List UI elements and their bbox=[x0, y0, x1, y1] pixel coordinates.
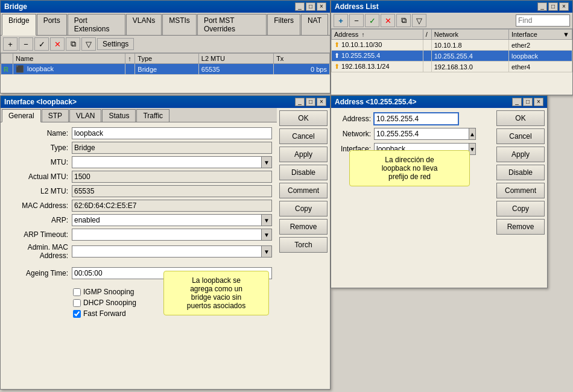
bridge-col-sort[interactable]: ↑ bbox=[125, 54, 135, 64]
addrlist-col-interface[interactable]: Interface ▼ bbox=[508, 30, 572, 40]
addr-address-label: Address: bbox=[335, 115, 374, 123]
interface-tab-general[interactable]: General bbox=[2, 109, 41, 122]
arp-timeout-input[interactable] bbox=[72, 229, 261, 241]
sort-icon: ↑ bbox=[361, 31, 364, 38]
bridge-tab-portmst[interactable]: Port MST Overrides bbox=[197, 14, 267, 35]
interface-comment-btn[interactable]: Comment bbox=[279, 183, 328, 198]
addrdialog-disable-btn[interactable]: Disable bbox=[496, 165, 545, 180]
bridge-col-type[interactable]: Type bbox=[135, 54, 198, 64]
addrlist-filter-btn[interactable]: ▽ bbox=[412, 14, 426, 27]
addrdialog-minimize-btn[interactable]: _ bbox=[512, 98, 522, 106]
bridge-tab-bridge[interactable]: Bridge bbox=[2, 14, 36, 36]
bridge-maximize-btn[interactable]: □ bbox=[306, 2, 315, 11]
addrdialog-ok-btn[interactable]: OK bbox=[496, 110, 545, 126]
addrlist-maximize-btn[interactable]: □ bbox=[548, 2, 558, 11]
addrlist-minimize-btn[interactable]: _ bbox=[537, 2, 547, 11]
interface-tab-vlan[interactable]: VLAN bbox=[69, 109, 101, 122]
mtu-dropdown-btn[interactable]: ▼ bbox=[261, 156, 272, 168]
table-row[interactable]: ⬆ 10.255.255.4 10.255.255.4 loopback bbox=[332, 51, 572, 62]
addr-network-input[interactable] bbox=[374, 128, 469, 140]
addrdialog-comment-btn[interactable]: Comment bbox=[496, 183, 545, 198]
igmp-checkbox[interactable] bbox=[73, 288, 81, 296]
interface-cancel-btn[interactable]: Cancel bbox=[279, 128, 328, 144]
addrlist-disable-btn[interactable]: ✕ bbox=[381, 14, 395, 27]
bridge-settings-btn[interactable]: Settings bbox=[97, 38, 134, 50]
bridge-copy-btn[interactable]: ⧉ bbox=[66, 37, 80, 51]
admin-mac-input[interactable] bbox=[72, 245, 261, 258]
address-dialog-title: Address <10.255.255.4> bbox=[335, 98, 416, 106]
addrlist-close-btn[interactable]: × bbox=[559, 2, 569, 11]
igmp-label: IGMP Snooping bbox=[83, 288, 135, 296]
bridge-tab-nat[interactable]: NAT bbox=[301, 14, 328, 35]
addrlist-find-input[interactable] bbox=[516, 14, 570, 27]
addrlist-col-sep: / bbox=[423, 30, 431, 40]
arp-timeout-combo: ▼ bbox=[72, 229, 272, 241]
bridge-tab-mstis[interactable]: MSTIs bbox=[162, 14, 197, 35]
addrdialog-cancel-btn[interactable]: Cancel bbox=[496, 128, 545, 144]
table-row[interactable]: ⬆ 192.168.13.1/24 192.168.13.0 ether4 bbox=[332, 62, 572, 72]
bridge-table: Name ↑ Type L2 MTU Tx R ⬛ loopback Bridg… bbox=[1, 53, 330, 75]
bridge-disable-btn[interactable]: ✕ bbox=[50, 37, 65, 51]
admin-mac-dropdown-btn[interactable]: ▼ bbox=[261, 245, 272, 258]
dhcp-checkbox[interactable] bbox=[73, 299, 81, 307]
interface-tab-stp[interactable]: STP bbox=[42, 109, 69, 122]
bridge-col-tx[interactable]: Tx bbox=[274, 54, 330, 64]
fast-forward-label: Fast Forward bbox=[83, 309, 126, 318]
addr-address-input[interactable] bbox=[374, 113, 458, 125]
bridge-col-l2mtu[interactable]: L2 MTU bbox=[198, 54, 273, 64]
addrlist-col-dropdown[interactable]: ▼ bbox=[563, 31, 569, 38]
addr-row1-address: ⬆ 10.10.1.10/30 bbox=[332, 40, 423, 51]
addrdialog-copy-btn[interactable]: Copy bbox=[496, 201, 545, 217]
interface-ok-btn[interactable]: OK bbox=[279, 110, 328, 126]
arp-dropdown-btn[interactable]: ▼ bbox=[261, 214, 272, 226]
interface-remove-btn[interactable]: Remove bbox=[279, 219, 328, 235]
mtu-input[interactable] bbox=[72, 156, 261, 168]
addrdialog-close-btn[interactable]: × bbox=[534, 98, 543, 106]
addrlist-enable-btn[interactable]: ✓ bbox=[365, 14, 379, 27]
interface-tab-traffic[interactable]: Traffic bbox=[136, 109, 169, 122]
arp-input[interactable] bbox=[72, 214, 261, 226]
addrlist-col-network[interactable]: Network bbox=[431, 30, 508, 40]
bridge-close-btn[interactable]: × bbox=[317, 2, 326, 11]
addrlist-copy-btn[interactable]: ⧉ bbox=[396, 14, 411, 27]
interface-tab-status[interactable]: Status bbox=[102, 109, 136, 122]
address-list-table-container: Address ↑ / Network Interface ▼ ⬆ 10.10.… bbox=[331, 29, 572, 72]
addrdialog-maximize-btn[interactable]: □ bbox=[523, 98, 533, 106]
addrdialog-apply-btn[interactable]: Apply bbox=[496, 147, 545, 162]
addrlist-remove-btn[interactable]: − bbox=[349, 14, 364, 27]
bridge-remove-btn[interactable]: − bbox=[19, 37, 33, 51]
interface-torch-btn[interactable]: Torch bbox=[279, 237, 328, 253]
bridge-enable-btn[interactable]: ✓ bbox=[34, 37, 49, 51]
address-dialog-callout: La dirección deloopback no llevaprefijo … bbox=[349, 150, 470, 186]
interface-window-controls: _ □ × bbox=[295, 98, 326, 106]
bridge-window-controls: _ □ × bbox=[295, 2, 326, 11]
bridge-tab-portextensions[interactable]: Port Extensions bbox=[68, 14, 125, 35]
bridge-filter-btn[interactable]: ▽ bbox=[81, 37, 96, 51]
admin-mac-row: Admin. MAC Address: ▼ bbox=[1, 243, 277, 260]
addr-row3-address: ⬆ 192.168.13.1/24 bbox=[332, 62, 423, 72]
addr-row1-network: 10.10.1.8 bbox=[431, 40, 508, 51]
bridge-add-btn[interactable]: + bbox=[3, 37, 17, 51]
interface-disable-btn[interactable]: Disable bbox=[279, 165, 328, 180]
bridge-minimize-btn[interactable]: _ bbox=[295, 2, 305, 11]
bridge-col-name[interactable]: Name bbox=[13, 54, 125, 64]
fast-forward-checkbox[interactable] bbox=[73, 310, 81, 318]
addrdialog-remove-btn[interactable]: Remove bbox=[496, 219, 545, 235]
addrlist-col-address[interactable]: Address ↑ bbox=[332, 30, 423, 40]
addr-network-dropdown-btn[interactable]: ▲ bbox=[469, 128, 476, 140]
address-dialog-controls: _ □ × bbox=[512, 98, 543, 106]
bridge-tab-vlans[interactable]: VLANs bbox=[126, 14, 162, 35]
addrlist-add-btn[interactable]: + bbox=[334, 14, 348, 27]
table-row[interactable]: R ⬛ loopback Bridge 65535 0 bps bbox=[1, 64, 330, 75]
interface-apply-btn[interactable]: Apply bbox=[279, 147, 328, 162]
name-input[interactable] bbox=[72, 127, 272, 139]
interface-maximize-btn[interactable]: □ bbox=[306, 98, 315, 106]
interface-minimize-btn[interactable]: _ bbox=[295, 98, 305, 106]
interface-close-btn[interactable]: × bbox=[317, 98, 326, 106]
bridge-tab-filters[interactable]: Filters bbox=[267, 14, 300, 35]
arp-timeout-dropdown-btn[interactable]: ▼ bbox=[261, 229, 272, 241]
bridge-tab-ports[interactable]: Ports bbox=[37, 14, 67, 35]
addr-network-row: Network: ▲ bbox=[331, 128, 494, 140]
interface-copy-btn[interactable]: Copy bbox=[279, 201, 328, 217]
table-row[interactable]: ⬆ 10.10.1.10/30 10.10.1.8 ether2 bbox=[332, 40, 572, 51]
